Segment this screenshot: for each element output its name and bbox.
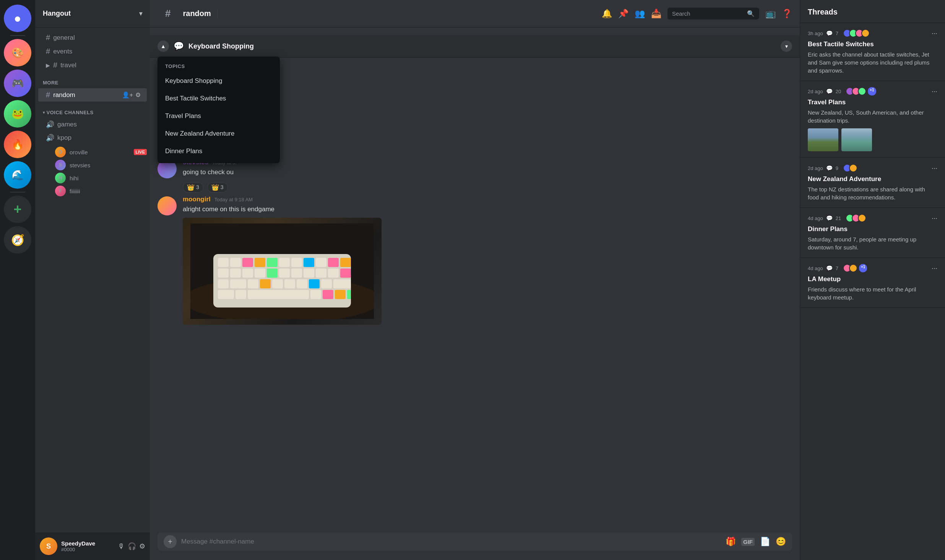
sticker-icon[interactable]: 📄 <box>760 537 770 547</box>
thread-avatars-2: +1 <box>846 87 876 95</box>
comment-count-5: 7 <box>836 265 838 271</box>
search-input[interactable] <box>672 10 744 17</box>
username-moongirl: moongirl <box>183 196 211 203</box>
add-member-icon[interactable]: 👤+ <box>122 91 133 99</box>
server-menu-chevron[interactable]: ▾ <box>139 10 142 17</box>
topic-item-keyboard-shopping[interactable]: Keyboard Shopping <box>158 72 280 90</box>
threads-header: Threads <box>800 0 945 23</box>
reaction-crown-1[interactable]: 👑 3 <box>183 182 203 193</box>
thread-meta-1: 3h ago 💬 7 ··· <box>808 29 937 37</box>
message-text-stevsies: going to check ou <box>183 168 792 177</box>
channel-name-general: general <box>53 34 75 42</box>
gif-icon[interactable]: GIF <box>741 538 755 546</box>
reaction-crown-2[interactable]: 👑 3 <box>207 182 228 193</box>
server-icon-pink[interactable]: 🎨 <box>4 39 31 66</box>
thread-card-best-tactile[interactable]: 3h ago 💬 7 ··· Best Tactile Switches Eri… <box>800 23 945 81</box>
thumb-lake <box>841 128 872 151</box>
message-text-moongirl: alright come on this is endgame <box>183 205 792 214</box>
thread-avatar <box>858 214 866 222</box>
thread-banner-down-chevron[interactable]: ▾ <box>781 40 792 52</box>
live-badge: LIVE <box>134 149 147 155</box>
inbox-icon-2[interactable]: 📺 <box>765 9 776 19</box>
thread-more-menu-1[interactable]: ··· <box>932 29 937 37</box>
explore-button[interactable]: 🧭 <box>4 226 31 254</box>
add-server-button[interactable]: + <box>4 196 31 223</box>
thread-card-nz-adventure[interactable]: 2d ago 💬 9 ··· New Zealand Adventure The… <box>800 158 945 208</box>
thread-plus-badge-2: +1 <box>868 87 876 95</box>
input-right-actions: 🎁 GIF 📄 😊 <box>726 537 786 547</box>
sidebar-item-events[interactable]: # events <box>38 45 147 58</box>
voice-users-list: O oroville LIVE S stevsies H hihi F fiii… <box>35 145 150 198</box>
gift-icon[interactable]: 🎁 <box>726 537 736 547</box>
help-icon[interactable]: ❓ <box>782 9 792 19</box>
sidebar-item-general[interactable]: # general <box>38 31 147 44</box>
voice-user-fiiiiiii[interactable]: F fiiiiiii <box>52 185 150 197</box>
svg-rect-22 <box>316 269 326 278</box>
thread-age-4: 4d ago <box>808 215 823 221</box>
search-bar[interactable]: 🔍 <box>667 8 759 19</box>
thread-more-menu-3[interactable]: ··· <box>932 164 937 172</box>
topic-item-nz-adventure[interactable]: New Zealand Adventure <box>158 125 280 142</box>
thread-more-menu-5[interactable]: ··· <box>932 264 937 272</box>
channel-name-travel: travel <box>60 62 76 69</box>
svg-rect-36 <box>235 290 246 299</box>
voice-section-label: VOICE CHANNELS <box>47 110 94 115</box>
voice-channel-games[interactable]: 🔊 games <box>38 118 147 131</box>
reaction-count-2: 3 <box>221 184 224 190</box>
inbox-icon[interactable]: 📥 <box>651 9 661 19</box>
search-icon: 🔍 <box>747 10 755 17</box>
self-avatar: S <box>40 537 57 555</box>
notification-icon[interactable]: 🔔 <box>602 9 612 19</box>
thread-more-menu-2[interactable]: ··· <box>932 87 937 95</box>
svg-rect-23 <box>328 269 339 278</box>
svg-rect-7 <box>267 258 278 267</box>
voice-channel-kpop[interactable]: 🔊 kpop <box>38 131 147 144</box>
comment-icon-2: 💬 <box>826 88 833 94</box>
thread-meta-5: 4d ago 💬 7 +1 ··· <box>808 264 937 272</box>
user-actions: 🎙 🎧 ⚙ <box>118 542 145 550</box>
comment-count-4: 21 <box>836 215 841 221</box>
comment-icon-5: 💬 <box>826 265 833 271</box>
thread-card-dinner-plans[interactable]: 4d ago 💬 21 ··· Dinner Plans Saturday, a… <box>800 208 945 258</box>
channel-settings-icon[interactable]: ⚙ <box>135 91 141 99</box>
voice-user-hihi[interactable]: H hihi <box>52 172 150 185</box>
svg-rect-37 <box>248 290 309 299</box>
emoji-icon[interactable]: 😊 <box>776 537 786 547</box>
header-divider <box>217 9 218 19</box>
svg-rect-29 <box>272 279 283 288</box>
server-icon-frog[interactable]: 🐸 <box>4 100 31 128</box>
topic-item-travel-plans[interactable]: Travel Plans <box>158 107 280 125</box>
headset-icon[interactable]: 🎧 <box>128 542 136 550</box>
thread-banner-up-chevron[interactable]: ▲ <box>158 40 169 52</box>
user-settings-icon[interactable]: ⚙ <box>139 542 145 550</box>
voice-username-fiiiiiii: fiiiiiii <box>70 188 80 194</box>
server-icon-purple[interactable]: 🎮 <box>4 70 31 97</box>
topic-item-dinner-plans[interactable]: Dinner Plans <box>158 142 280 160</box>
thread-desc-4: Saturday, around 7, people are meeting u… <box>808 235 937 251</box>
topic-item-best-tactile[interactable]: Best Tactile Switches <box>158 90 280 107</box>
server-icon-blue[interactable]: 🌊 <box>4 161 31 189</box>
discord-home-button[interactable]: ● <box>4 5 31 32</box>
server-sidebar: ● 🎨 🎮 🐸 🔥 🌊 + 🧭 <box>0 0 35 560</box>
attach-button[interactable]: + <box>164 535 177 548</box>
sidebar-item-random[interactable]: # random 👤+ ⚙ <box>38 88 147 102</box>
thread-more-menu-4[interactable]: ··· <box>932 214 937 222</box>
voice-section-header: ▾ VOICE CHANNELS <box>35 102 150 118</box>
sidebar-item-travel[interactable]: ▶ # travel <box>38 58 147 72</box>
speaker-icon-2: 🔊 <box>46 134 54 142</box>
svg-rect-27 <box>248 279 258 288</box>
thumb-road <box>808 128 838 151</box>
comment-count-3: 9 <box>836 165 838 171</box>
thread-card-travel-plans[interactable]: 2d ago 💬 20 +1 ··· Travel Plans New Zeal… <box>800 81 945 158</box>
thread-card-la-meetup[interactable]: 4d ago 💬 7 +1 ··· LA Meetup Friends disc… <box>800 258 945 308</box>
pin-icon[interactable]: 📌 <box>618 9 628 19</box>
server-icon-campfire[interactable]: 🔥 <box>4 131 31 158</box>
server-name-header[interactable]: Hangout ▾ <box>35 0 150 28</box>
microphone-icon[interactable]: 🎙 <box>118 542 125 550</box>
voice-user-stevsies[interactable]: S stevsies <box>52 159 150 172</box>
members-icon[interactable]: 👥 <box>635 9 645 19</box>
message-input[interactable] <box>181 532 721 551</box>
hash-icon-active: # <box>46 91 50 99</box>
comment-count-2: 20 <box>836 89 841 94</box>
voice-user-oroville[interactable]: O oroville LIVE <box>52 146 150 159</box>
